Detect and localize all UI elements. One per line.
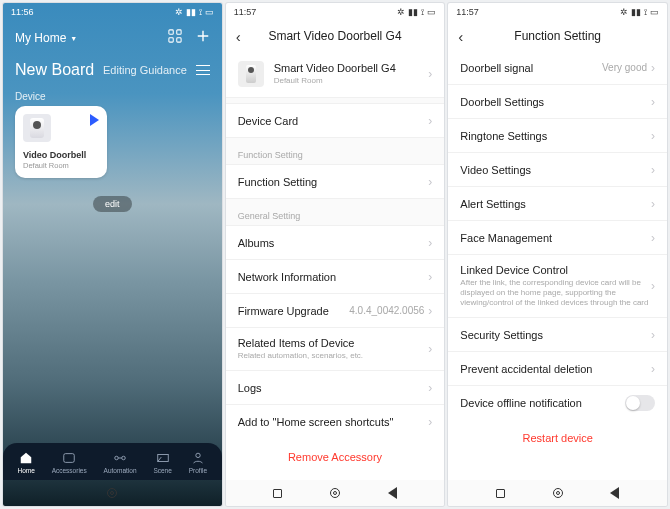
tab-automation[interactable]: Automation bbox=[104, 451, 137, 474]
section-general: General Setting bbox=[226, 199, 445, 226]
offline-toggle[interactable] bbox=[625, 395, 655, 411]
row-sub: Related automation, scenarios, etc. bbox=[238, 351, 429, 361]
page-header: ‹ Function Setting bbox=[448, 21, 667, 51]
video-settings-row[interactable]: Video Settings › bbox=[448, 153, 667, 187]
play-icon[interactable] bbox=[90, 114, 99, 126]
wifi-icon: ⟟ bbox=[644, 8, 647, 17]
prevent-deletion-row[interactable]: Prevent accidental deletion › bbox=[448, 352, 667, 386]
page-title: Smart Video Doorbell G4 bbox=[268, 29, 401, 43]
device-card-row[interactable]: Device Card › bbox=[226, 104, 445, 138]
status-time: 11:56 bbox=[11, 7, 34, 17]
offline-notification-row[interactable]: Device offline notification bbox=[448, 386, 667, 420]
chevron-right-icon: › bbox=[651, 129, 655, 143]
row-label: Doorbell signal bbox=[460, 62, 602, 74]
back-button[interactable] bbox=[388, 487, 397, 499]
bluetooth-icon: ✲ bbox=[175, 8, 183, 17]
restart-device-button[interactable]: Restart device bbox=[448, 420, 667, 452]
row-label: Network Information bbox=[238, 271, 429, 283]
menu-icon[interactable] bbox=[196, 65, 210, 75]
function-setting-row[interactable]: Function Setting › bbox=[226, 165, 445, 199]
board-title: New Board bbox=[15, 61, 94, 79]
chevron-right-icon: › bbox=[651, 231, 655, 245]
tab-label: Accessories bbox=[52, 467, 87, 474]
row-label: Video Settings bbox=[460, 164, 651, 176]
status-bar: 11:57 ✲ ▮▮ ⟟ ▭ bbox=[448, 3, 667, 21]
row-label: Add to "Home screen shortcuts" bbox=[238, 416, 429, 428]
back-icon[interactable]: ‹ bbox=[236, 28, 241, 45]
recent-apps-button[interactable] bbox=[273, 489, 282, 498]
tab-scene[interactable]: Scene bbox=[153, 451, 171, 474]
row-label: Related Items of Device bbox=[238, 337, 429, 349]
related-items-row[interactable]: Related Items of Device Related automati… bbox=[226, 328, 445, 371]
home-selector[interactable]: My Home ▼ bbox=[15, 31, 77, 45]
tab-profile[interactable]: Profile bbox=[189, 451, 207, 474]
page-title: Function Setting bbox=[514, 29, 601, 43]
chevron-right-icon: › bbox=[428, 114, 432, 128]
signal-icon: ▮▮ bbox=[631, 8, 641, 17]
remove-accessory-button[interactable]: Remove Accessory bbox=[226, 439, 445, 471]
screen-device-settings: 11:57 ✲ ▮▮ ⟟ ▭ ‹ Smart Video Doorbell G4… bbox=[226, 3, 445, 506]
screen-home: 11:56 ✲ ▮▮ ⟟ ▭ My Home ▼ bbox=[3, 3, 222, 506]
chevron-right-icon: › bbox=[651, 362, 655, 376]
ringtone-settings-row[interactable]: Ringtone Settings › bbox=[448, 119, 667, 153]
svg-rect-10 bbox=[157, 455, 168, 462]
device-card[interactable]: Video Doorbell Default Room bbox=[15, 106, 107, 178]
wifi-icon: ⟟ bbox=[421, 8, 424, 17]
chevron-right-icon: › bbox=[428, 270, 432, 284]
tab-label: Scene bbox=[153, 467, 171, 474]
status-icons: ✲ ▮▮ ⟟ ▭ bbox=[620, 8, 659, 17]
signal-value: Very good bbox=[602, 62, 647, 73]
status-icons: ✲ ▮▮ ⟟ ▭ bbox=[175, 8, 214, 17]
row-sub: After the link, the corresponding device… bbox=[460, 278, 651, 308]
logs-row[interactable]: Logs › bbox=[226, 371, 445, 405]
svg-point-12 bbox=[196, 453, 200, 457]
svg-rect-1 bbox=[176, 30, 180, 34]
back-button[interactable] bbox=[610, 487, 619, 499]
back-icon[interactable]: ‹ bbox=[458, 28, 463, 45]
plus-icon[interactable] bbox=[196, 29, 210, 47]
device-thumbnail bbox=[238, 61, 264, 87]
signal-icon: ▮▮ bbox=[408, 8, 418, 17]
tab-home[interactable]: Home bbox=[17, 451, 34, 474]
home-button[interactable] bbox=[330, 488, 340, 498]
grid-icon[interactable] bbox=[168, 29, 182, 47]
svg-point-8 bbox=[122, 456, 126, 460]
albums-row[interactable]: Albums › bbox=[226, 226, 445, 260]
tab-label: Home bbox=[17, 467, 34, 474]
alert-settings-row[interactable]: Alert Settings › bbox=[448, 187, 667, 221]
tab-label: Automation bbox=[104, 467, 137, 474]
bluetooth-icon: ✲ bbox=[397, 8, 405, 17]
row-label: Function Setting bbox=[238, 176, 429, 188]
row-label: Device offline notification bbox=[460, 397, 625, 409]
firmware-row[interactable]: Firmware Upgrade 4.0.4_0042.0056 › bbox=[226, 294, 445, 328]
recent-apps-button[interactable] bbox=[496, 489, 505, 498]
battery-icon: ▭ bbox=[650, 8, 659, 17]
linked-device-row[interactable]: Linked Device Control After the link, th… bbox=[448, 255, 667, 318]
face-management-row[interactable]: Face Management › bbox=[448, 221, 667, 255]
svg-rect-0 bbox=[169, 30, 173, 34]
row-label: Doorbell Settings bbox=[460, 96, 651, 108]
editing-guidance[interactable]: Editing Guidance bbox=[103, 64, 187, 76]
row-label: Device Card bbox=[238, 115, 429, 127]
chevron-right-icon: › bbox=[428, 304, 432, 318]
home-button[interactable] bbox=[553, 488, 563, 498]
edit-button[interactable]: edit bbox=[93, 196, 132, 212]
security-settings-row[interactable]: Security Settings › bbox=[448, 318, 667, 352]
section-function: Function Setting bbox=[226, 138, 445, 165]
chevron-right-icon: › bbox=[428, 236, 432, 250]
chevron-right-icon: › bbox=[428, 415, 432, 429]
page-header: ‹ Smart Video Doorbell G4 bbox=[226, 21, 445, 51]
network-row[interactable]: Network Information › bbox=[226, 260, 445, 294]
android-nav bbox=[448, 480, 667, 506]
row-label: Prevent accidental deletion bbox=[460, 363, 651, 375]
device-header-tile[interactable]: Smart Video Doorbell G4 Default Room › bbox=[226, 51, 445, 98]
doorbell-settings-row[interactable]: Doorbell Settings › bbox=[448, 85, 667, 119]
doorbell-signal-row[interactable]: Doorbell signal Very good › bbox=[448, 51, 667, 85]
svg-rect-2 bbox=[169, 38, 173, 42]
bluetooth-icon: ✲ bbox=[620, 8, 628, 17]
shortcut-row[interactable]: Add to "Home screen shortcuts" › bbox=[226, 405, 445, 439]
tab-accessories[interactable]: Accessories bbox=[52, 451, 87, 474]
svg-rect-6 bbox=[64, 454, 75, 463]
chevron-right-icon: › bbox=[651, 61, 655, 75]
chevron-right-icon: › bbox=[428, 381, 432, 395]
